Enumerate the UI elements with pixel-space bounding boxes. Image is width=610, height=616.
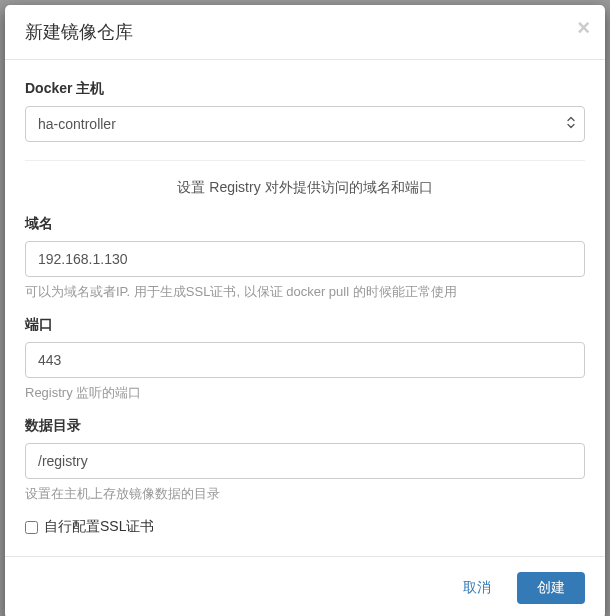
divider (25, 160, 585, 161)
ssl-checkbox[interactable] (25, 521, 38, 534)
docker-host-label: Docker 主机 (25, 80, 585, 98)
port-input[interactable] (25, 342, 585, 378)
domain-input[interactable] (25, 241, 585, 277)
domain-help: 可以为域名或者IP. 用于生成SSL证书, 以保证 docker pull 的时… (25, 283, 585, 301)
data-dir-group: 数据目录 设置在主机上存放镜像数据的目录 (25, 417, 585, 503)
data-dir-label: 数据目录 (25, 417, 585, 435)
docker-host-select[interactable]: ha-controller (25, 106, 585, 142)
modal-body: Docker 主机 ha-controller 设置 Registry 对外提供… (5, 60, 605, 556)
port-label: 端口 (25, 316, 585, 334)
section-description: 设置 Registry 对外提供访问的域名和端口 (25, 179, 585, 197)
create-registry-modal: 新建镜像仓库 × Docker 主机 ha-controller 设置 Regi… (5, 5, 605, 616)
ssl-checkbox-label: 自行配置SSL证书 (44, 518, 154, 536)
domain-group: 域名 可以为域名或者IP. 用于生成SSL证书, 以保证 docker pull… (25, 215, 585, 301)
create-button[interactable]: 创建 (517, 572, 585, 604)
docker-host-group: Docker 主机 ha-controller (25, 80, 585, 142)
data-dir-help: 设置在主机上存放镜像数据的目录 (25, 485, 585, 503)
ssl-checkbox-row: 自行配置SSL证书 (25, 518, 585, 536)
port-help: Registry 监听的端口 (25, 384, 585, 402)
modal-title: 新建镜像仓库 (25, 20, 585, 44)
cancel-button[interactable]: 取消 (447, 572, 507, 604)
docker-host-select-wrap: ha-controller (25, 106, 585, 142)
modal-header: 新建镜像仓库 × (5, 5, 605, 60)
domain-label: 域名 (25, 215, 585, 233)
close-icon[interactable]: × (577, 17, 590, 39)
data-dir-input[interactable] (25, 443, 585, 479)
modal-footer: 取消 创建 (5, 556, 605, 616)
port-group: 端口 Registry 监听的端口 (25, 316, 585, 402)
